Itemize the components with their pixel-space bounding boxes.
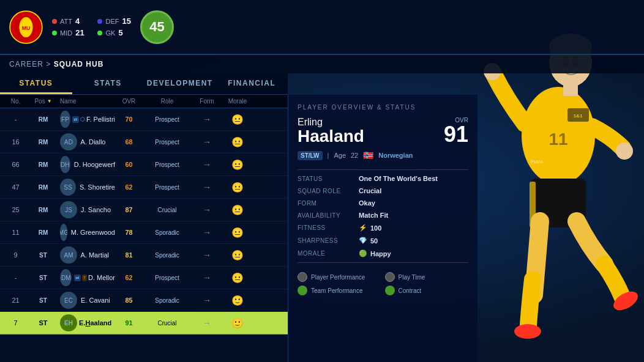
row-role: Crucial <box>143 207 192 213</box>
age-label-text: Age <box>334 152 346 159</box>
row-name: MG M. Greenwood <box>60 224 115 241</box>
def-dot <box>97 19 102 24</box>
stat-val-fitness: ⚡ 100 <box>359 224 468 232</box>
row-form: → <box>192 205 222 215</box>
legend-green-icon <box>298 286 307 295</box>
table-row[interactable]: - RM FP ⇄ ⬡ F. Pellistri 70 Prospect → 😐 <box>0 108 288 131</box>
table-row[interactable]: 66 RM DH D. Hoogewerf 60 Prospect → 😐 <box>0 153 288 176</box>
row-morale: 🙂 <box>222 317 253 329</box>
divider-2 <box>298 262 468 263</box>
att-stat: ATT 4 <box>52 17 85 26</box>
legend-green-icon-2 <box>385 286 395 295</box>
stat-key-availability: AVAILABILITY <box>298 212 359 219</box>
col-form: Form <box>192 98 222 105</box>
row-pos: RM <box>26 229 60 236</box>
row-ovr: 91 <box>115 319 143 327</box>
row-form: → <box>192 160 222 169</box>
row-name: FP ⇄ ⬡ F. Pellistri <box>60 111 115 128</box>
legend-grey-icon-2 <box>385 272 395 282</box>
stat-key-form: FORM <box>298 200 359 207</box>
row-no: 16 <box>5 138 26 146</box>
breadcrumb-separator: > <box>43 60 54 68</box>
legend-label-contract: Contract <box>399 287 422 294</box>
row-name: AM A. Martial <box>60 246 115 264</box>
stat-key-sharpness: SHARPNESS <box>298 237 359 244</box>
top-bar: MU ATT 4 DEF 15 MID 21 GK 5 45 <box>0 0 644 55</box>
player-meta: ST/LW | Age 22 🇳🇴 Norwegian <box>298 150 468 160</box>
gk-label: GK <box>105 29 115 37</box>
stat-key-squad-role: SQUAD ROLE <box>298 188 359 194</box>
stat-val-sharpness: 💎 50 <box>359 237 468 245</box>
row-ovr: 60 <box>115 161 143 168</box>
att-label: ATT <box>60 18 72 25</box>
row-no: - <box>5 274 26 281</box>
legend-grey-icon <box>298 272 307 282</box>
gk-stat: GK 5 <box>97 28 130 37</box>
player-avatar: MG <box>60 224 67 241</box>
row-role: Prospect <box>143 275 192 281</box>
tab-financial[interactable]: FINANCIAL <box>216 73 288 94</box>
row-name: DH D. Hoogewerf <box>60 156 115 173</box>
legend-area: Player Performance Play Time Team Perfor… <box>298 272 468 295</box>
row-name: SS S. Shoretire <box>60 179 115 196</box>
table-row-selected[interactable]: 7 ST EH E.Haaland 91 Crucial → 🙂 <box>0 312 288 334</box>
table-row[interactable]: 21 ST EC E. Cavani 85 Sporadic → 🙂 <box>0 289 288 312</box>
tab-status[interactable]: STATUS <box>0 73 72 94</box>
legend-play-time: Play Time <box>385 272 469 282</box>
table-row[interactable]: 25 RM JS J. Sancho 87 Crucial → 😐 <box>0 199 288 221</box>
row-name: AD A. Diallo <box>60 133 115 150</box>
loan-icon: 7 <box>82 275 87 281</box>
club-badge-icon: ⬡ <box>80 116 85 122</box>
table-row[interactable]: 47 RM SS S. Shoretire 62 Prospect → 😐 <box>0 176 288 199</box>
row-role: Prospect <box>143 139 192 146</box>
row-no: - <box>5 116 26 123</box>
table-row[interactable]: 11 RM MG M. Greenwood 78 Sporadic → 😐 <box>0 221 288 244</box>
legend-label-play-time: Play Time <box>399 274 425 281</box>
col-pos[interactable]: Pos ▼ <box>26 98 60 105</box>
mid-label: MID <box>60 29 72 37</box>
table-row[interactable]: - ST DM ⇄ 7 D. Mellor 62 Prospect → 😐 <box>0 267 288 289</box>
row-no: 25 <box>5 206 26 213</box>
row-morale: 😐 <box>222 136 253 148</box>
tab-development[interactable]: DEVELOPMENT <box>144 73 216 94</box>
stat-key-status: STATUS <box>298 175 359 182</box>
stat-availability: AVAILABILITY Match Fit <box>298 212 468 219</box>
row-pos: ST <box>26 319 60 327</box>
row-pos: RM <box>26 207 60 213</box>
legend-label-player-perf: Player Performance <box>311 274 365 281</box>
tab-stats[interactable]: STATS <box>72 73 144 94</box>
mid-dot <box>52 31 57 35</box>
row-pos: RM <box>26 161 60 168</box>
def-value: 15 <box>122 17 130 26</box>
player-avatar: AD <box>60 133 77 150</box>
panel-title: PLAYER OVERVIEW & STATUS <box>298 104 468 111</box>
row-ovr: 85 <box>115 297 143 304</box>
player-avatar: AM <box>60 246 77 264</box>
stat-squad-role: SQUAD ROLE Crucial <box>298 187 468 194</box>
diamond-icon: 💎 <box>359 237 367 245</box>
row-form: → <box>192 114 222 124</box>
row-role: Crucial <box>143 320 192 327</box>
ovr-value: 91 <box>444 124 468 146</box>
svg-text:11: 11 <box>549 130 567 149</box>
row-ovr: 87 <box>115 206 143 213</box>
att-value: 4 <box>75 17 80 26</box>
row-form: → <box>192 273 222 283</box>
transfer-icon: ⇄ <box>74 275 81 281</box>
row-form: → <box>192 295 222 305</box>
player-avatar: JS <box>60 201 77 218</box>
club-logo: MU <box>9 10 43 44</box>
row-pos: ST <box>26 275 60 281</box>
table-row[interactable]: 9 ST AM A. Martial 81 Sporadic → 😐 <box>0 244 288 267</box>
legend-contract: Contract <box>385 286 469 295</box>
row-form: → <box>192 227 222 237</box>
row-name: JS J. Sancho <box>60 201 115 218</box>
stat-key-fitness: FITNESS <box>298 224 359 231</box>
divider <box>298 169 468 170</box>
breadcrumb-current: SQUAD HUB <box>54 60 104 68</box>
table-row[interactable]: 16 RM AD A. Diallo 68 Prospect → 😐 <box>0 131 288 153</box>
club-stats: ATT 4 DEF 15 MID 21 GK 5 <box>52 17 131 37</box>
row-name: EC E. Cavani <box>60 292 115 309</box>
row-role: Prospect <box>143 161 192 168</box>
svg-text:MU: MU <box>22 24 31 31</box>
